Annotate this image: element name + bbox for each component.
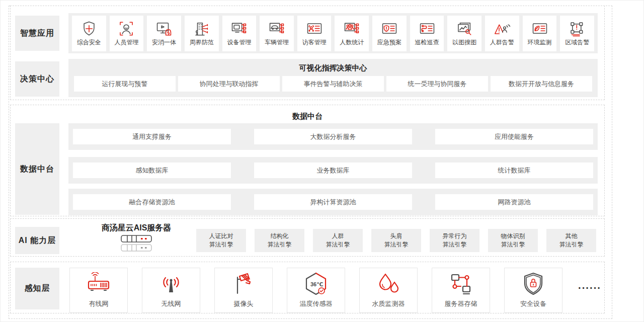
devices-row: 有线网 无线网 摄像头 (69, 268, 562, 313)
layer-label-text: 数据中台 (20, 164, 54, 175)
data-platform-item: 大数据分析服务 (254, 129, 412, 144)
layer-label-text: 感知层 (25, 283, 50, 294)
decision-item: 事件告警与辅助决策 (282, 76, 384, 92)
algorithm-engine: 人证比对 算法引擎 (196, 229, 246, 252)
app-card-visitors: 访客管理 (297, 16, 332, 51)
monitor-alarm-icon (155, 20, 173, 37)
people-count-icon (343, 20, 360, 37)
app-card-people-count: 人数统计 (335, 16, 369, 51)
app-label: 环境监测 (528, 38, 552, 47)
layer-label-perception: 感知层 (15, 268, 59, 309)
decision-strip: 可视化指挥决策中心 运行展现与预警 协同处理与联动指挥 事件告警与辅助决策 统一… (68, 59, 598, 97)
svg-text:36℃: 36℃ (310, 281, 324, 287)
app-card-environment: 环境监测 (523, 16, 557, 51)
app-card-comprehensive-security: 综合安全 (72, 16, 106, 51)
data-platform-title: 数据中台 (11, 112, 604, 121)
app-card-personnel: 人员管理 (110, 16, 144, 51)
app-card-emergency: 应急预案 (372, 16, 407, 51)
device-card-server-storage: 服务器存储 (432, 268, 490, 313)
device-card-water-quality: 水质监测器 (359, 268, 418, 313)
section-perception-layer: 感知层 有线网 无线网 (10, 262, 605, 313)
algorithm-engine: 其他 算法引擎 (546, 229, 596, 252)
ai-server-block: 商汤星云AIS服务器 (76, 223, 197, 255)
device-card-security-device: 安全设备 (504, 268, 562, 313)
device-card-wired-network: 有线网 (69, 268, 128, 313)
region-alert-icon (569, 20, 586, 37)
data-platform-item: 统计数据库 (435, 163, 593, 178)
app-card-region-alert: 区域告警 (560, 16, 594, 51)
device-card-temperature: 36℃ 温度传感器 (287, 268, 345, 313)
app-label: 以图搜图 (452, 38, 476, 47)
algorithm-engines-row: 人证比对 算法引擎 结构化 算法引擎 人群 算法引擎 头肩 算法引擎 异常行为 … (196, 229, 596, 252)
algorithm-engine: 异常行为 算法引擎 (430, 229, 479, 252)
layer-label-ai: AI 能力层 (15, 227, 59, 254)
crowd-alert-icon (494, 20, 511, 37)
data-platform-item: 应用使能服务 (435, 129, 593, 144)
water-quality-icon (376, 268, 400, 299)
device-label: 无线网 (162, 299, 181, 308)
app-label: 车辆管理 (265, 38, 289, 47)
app-label: 应急预案 (377, 38, 401, 47)
app-label: 访客管理 (302, 38, 327, 47)
app-label: 人群告警 (490, 38, 514, 47)
decision-item: 协同处理与联动指挥 (178, 76, 280, 92)
data-services-row: 通用支撑服务 大数据分析服务 应用使能服务 (68, 123, 598, 150)
data-platform-item: 网路资源池 (435, 194, 593, 210)
section-ai-layer: AI 能力层 商汤星云AIS服务器 人证比对 算法引擎 结构化 算法引擎 人群 … (10, 218, 605, 257)
app-label: 安消一体 (152, 38, 176, 47)
device-card-wireless-network: 无线网 (142, 268, 200, 313)
layer-label-text: AI 能力层 (19, 235, 56, 246)
wired-network-icon (87, 268, 111, 299)
app-label: 综合安全 (77, 38, 101, 47)
decision-center-title: 可视化指挥决策中心 (74, 63, 592, 73)
device-label: 水质监测器 (372, 299, 405, 308)
decision-item: 运行展现与预警 (74, 76, 176, 92)
algorithm-engine: 物体识别 算法引擎 (488, 229, 538, 252)
app-card-crowd-alert: 人群告警 (485, 16, 519, 51)
app-card-patrol: 巡检巡查 (410, 16, 444, 51)
shield-plus-icon (80, 20, 98, 37)
device-card-camera: 摄像头 (214, 268, 273, 313)
temperature-sensor-icon: 36℃ (303, 268, 329, 299)
image-search-icon (456, 20, 473, 37)
app-label: 周界防范 (190, 38, 214, 47)
app-card-vehicles: 车辆管理 (260, 16, 294, 51)
layer-label-apps: 智慧应用 (15, 16, 59, 51)
data-platform-item: 业务数据库 (254, 163, 412, 178)
app-label: 人数统计 (340, 38, 364, 47)
security-device-icon (521, 268, 545, 299)
app-label: 人员管理 (114, 38, 138, 47)
device-nodes-icon (230, 20, 248, 37)
app-label: 设备管理 (227, 38, 251, 47)
section-data-platform: 数据中台 数据中台 通用支撑服务 大数据分析服务 应用使能服务 感知数据库 业务… (10, 105, 605, 216)
device-label: 有线网 (89, 299, 109, 308)
data-platform-item: 异构计算资源池 (254, 194, 412, 210)
architecture-diagram: 智慧应用 综合安全 人员管理 安 (0, 0, 644, 322)
server-storage-icon (449, 268, 473, 299)
layer-label-text: 决策中心 (20, 74, 54, 85)
app-label: 区域告警 (565, 38, 589, 47)
app-card-devices: 设备管理 (222, 16, 257, 51)
ai-server-title: 商汤星云AIS服务器 (76, 223, 197, 233)
decision-items-row: 运行展现与预警 协同处理与联动指挥 事件告警与辅助决策 统一受理与协同服务 数据… (74, 76, 592, 92)
decision-item: 统一受理与协同服务 (386, 76, 488, 92)
layer-label-data-platform: 数据中台 (15, 123, 59, 215)
algorithm-engine: 结构化 算法引擎 (255, 229, 304, 252)
data-platform-item: 通用支撑服务 (73, 129, 231, 144)
resource-pools-row: 融合存储资源池 异构计算资源池 网路资源池 (68, 189, 598, 215)
device-label: 温度传感器 (300, 299, 333, 308)
app-card-image-search: 以图搜图 (447, 16, 481, 51)
face-scan-icon (118, 20, 135, 37)
building-circuit-icon (193, 20, 210, 37)
section-apps-decision: 智慧应用 综合安全 人员管理 安 (10, 6, 605, 100)
environment-leaf-icon (531, 20, 548, 37)
data-platform-item: 融合存储资源池 (73, 194, 231, 210)
databases-row: 感知数据库 业务数据库 统计数据库 (68, 157, 598, 184)
device-label: 安全设备 (520, 299, 546, 308)
more-devices-ellipsis: ······ (574, 262, 605, 314)
device-label: 服务器存储 (445, 299, 477, 308)
data-platform-item: 感知数据库 (73, 163, 231, 178)
app-card-fire-security: 安消一体 (147, 16, 181, 51)
emergency-plan-icon (381, 20, 398, 37)
layer-label-decision: 决策中心 (15, 61, 59, 97)
